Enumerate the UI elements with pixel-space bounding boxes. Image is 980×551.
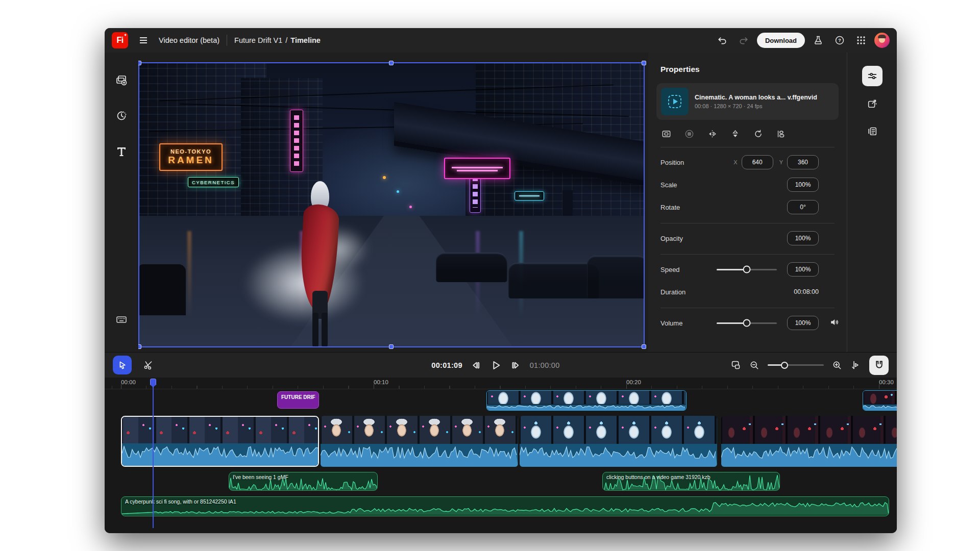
logo-star-icon: ✦ xyxy=(124,33,127,37)
scene-car xyxy=(587,256,644,298)
video-clip-4[interactable] xyxy=(721,416,897,467)
help-button[interactable]: ? xyxy=(831,32,848,48)
play-button[interactable] xyxy=(490,359,502,371)
select-tool-button[interactable] xyxy=(113,356,132,374)
export-sparkle-icon xyxy=(867,98,878,109)
woman-leg xyxy=(312,313,318,347)
scene-woman xyxy=(301,181,339,347)
volume-slider[interactable] xyxy=(717,322,777,324)
transport-controls: 00:01:09 01:00:00 xyxy=(431,359,559,371)
fit-timeline-icon xyxy=(730,360,741,370)
video-clip-3[interactable] xyxy=(520,416,717,467)
align-icon[interactable] xyxy=(776,129,786,139)
apps-grid-button[interactable] xyxy=(853,32,869,48)
audio-waveband xyxy=(321,444,518,467)
video-clip-1-selected[interactable] xyxy=(121,416,319,467)
desktop-background: Fi ✦ Video editor (beta) Future Drift V1… xyxy=(0,0,980,551)
volume-input[interactable]: 100% xyxy=(787,316,819,330)
position-x-input[interactable]: 640 xyxy=(742,155,773,169)
zoom-out-button[interactable] xyxy=(749,360,760,370)
title-clip[interactable]: FUTURE DRIF xyxy=(277,391,319,409)
opacity-input[interactable]: 100% xyxy=(787,231,819,245)
step-back-button[interactable] xyxy=(471,360,482,371)
keyboard-shortcuts-button[interactable] xyxy=(111,309,132,330)
scale-label: Scale xyxy=(660,181,787,189)
snap-toggle-button[interactable] xyxy=(869,356,889,375)
playhead-skip-button[interactable] xyxy=(850,360,861,370)
hamburger-menu-button[interactable] xyxy=(135,32,152,48)
undo-icon xyxy=(717,35,727,45)
rotate-label: Rotate xyxy=(660,204,787,211)
fill-frame-icon[interactable] xyxy=(662,129,671,139)
fit-timeline-button[interactable] xyxy=(730,360,741,370)
flip-horizontal-icon[interactable] xyxy=(707,129,717,139)
generate-clock-icon xyxy=(115,110,128,122)
zoom-in-button[interactable] xyxy=(832,360,842,370)
keyboard-shortcuts-icon xyxy=(115,313,128,325)
mask-icon[interactable] xyxy=(684,129,694,139)
tab-properties[interactable] xyxy=(862,66,883,86)
speaker-icon[interactable] xyxy=(829,317,839,329)
clip-card[interactable]: Cinematic. A woman looks a... v.ffgenvid… xyxy=(656,83,839,120)
ruler-label: 00:30 xyxy=(879,379,894,385)
undo-button[interactable] xyxy=(714,32,730,48)
total-timecode: 01:00:00 xyxy=(530,361,560,369)
overlay-video-clip[interactable] xyxy=(486,390,687,411)
split-tool-button[interactable] xyxy=(139,356,158,374)
overlay-waveband xyxy=(487,405,686,410)
audio-waveband xyxy=(122,443,318,466)
rotate-row: Rotate 0° xyxy=(660,199,819,215)
redo-button[interactable] xyxy=(736,32,752,48)
redo-icon xyxy=(739,35,749,45)
speed-slider[interactable] xyxy=(717,269,777,270)
woman-leg xyxy=(322,313,328,347)
topbar-actions: Download ? xyxy=(714,32,890,48)
video-clip-icon xyxy=(666,93,683,110)
scale-input[interactable]: 100% xyxy=(787,178,819,192)
timeline-ruler[interactable]: 00:00 00:10 00:20 00:30 xyxy=(105,378,897,389)
music-clip[interactable]: A cyberpunk sci fi song, with or 8512422… xyxy=(121,496,889,516)
add-media-button[interactable] xyxy=(111,70,132,90)
overlay-video-clip-partial[interactable] xyxy=(863,390,897,411)
video-preview[interactable]: NEO-TOKYO RAMEN CYBERNETICS xyxy=(139,63,644,347)
flip-vertical-icon[interactable] xyxy=(730,129,740,139)
rotate-icon[interactable] xyxy=(753,129,763,139)
duration-row: Duration 00:08:00 xyxy=(660,284,819,299)
current-timecode: 00:01:09 xyxy=(431,361,462,369)
duration-value: 00:08:00 xyxy=(794,288,819,295)
audio-waveband xyxy=(520,444,717,467)
timeline-zoom-slider[interactable] xyxy=(768,364,824,366)
properties-panel: Properties Cinematic. A woman looks a...… xyxy=(648,53,847,352)
cybernetics-sign-text: CYBERNETICS xyxy=(192,180,235,185)
step-back-icon xyxy=(471,360,482,371)
position-label: Position xyxy=(660,159,727,166)
step-forward-button[interactable] xyxy=(510,360,522,371)
speed-row: Speed 100% xyxy=(660,262,819,277)
text-tool-button[interactable] xyxy=(111,141,132,162)
breadcrumb: Future Drift V1 / Timeline xyxy=(234,36,321,44)
neon-sign-pink-vertical xyxy=(290,110,303,172)
breadcrumb-project[interactable]: Future Drift V1 xyxy=(234,36,282,44)
audio-clip-1[interactable]: I've been seeing 1 gMF xyxy=(229,472,378,491)
download-button[interactable]: Download xyxy=(757,33,805,48)
tab-media-stack[interactable] xyxy=(862,121,883,141)
speed-input[interactable]: 100% xyxy=(787,262,819,277)
timeline[interactable]: 00:00 00:10 00:20 00:30 FUTURE DRIF xyxy=(105,378,897,533)
generate-button[interactable] xyxy=(111,106,132,126)
left-toolbar xyxy=(105,53,138,352)
scene-trash-bins xyxy=(139,264,186,315)
properties-title: Properties xyxy=(660,65,847,74)
video-clip-2[interactable] xyxy=(321,416,518,467)
firefly-logo[interactable]: Fi ✦ xyxy=(112,32,128,48)
opacity-label: Opacity xyxy=(660,235,787,242)
position-y-input[interactable]: 360 xyxy=(787,155,819,169)
scene-car xyxy=(436,253,507,282)
experiments-button[interactable] xyxy=(810,32,826,48)
filmstrip xyxy=(487,391,686,404)
audio-clip-2[interactable]: clicking buttons on a video game 31920 k… xyxy=(602,472,780,491)
tab-export[interactable] xyxy=(862,93,883,114)
rotate-input[interactable]: 0° xyxy=(787,200,819,214)
divider xyxy=(660,254,835,255)
playhead-skip-icon xyxy=(850,360,861,370)
avatar[interactable] xyxy=(874,33,890,48)
